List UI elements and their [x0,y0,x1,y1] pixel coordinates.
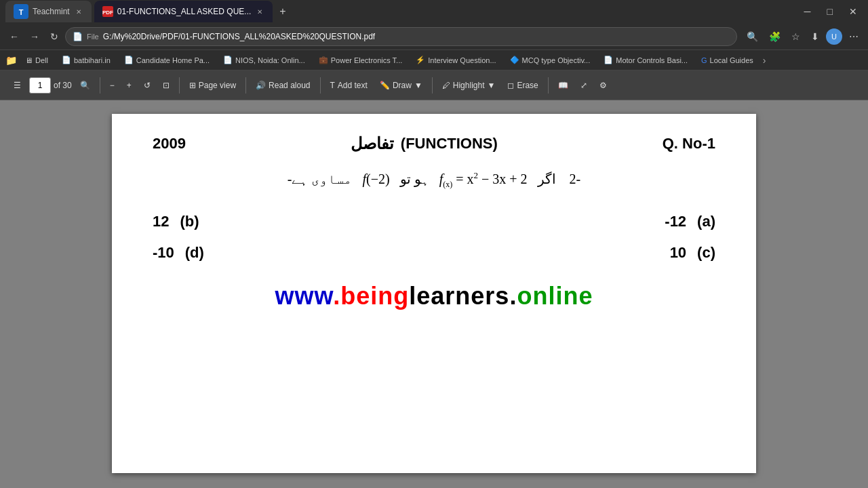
toolbar-divider-6 [548,77,549,94]
extensions-button[interactable]: 🧩 [765,28,785,45]
website-dot2: . [509,282,517,310]
bookmark-motor-label: Motor Controls Basi... [616,56,688,64]
option-d-label: (d) [185,244,204,262]
question-math: f(x) = x2 − 3x + 2 [439,167,528,192]
sidebar-toggle-button[interactable]: ☰ [8,77,26,94]
more-tools-button[interactable]: ⚙ [594,77,612,94]
title-bar: T Teachmint ✕ PDF 01-FUNCTIONS_ALL ASKED… [0,0,868,23]
rotate-button[interactable]: ↺ [138,77,156,94]
tab-pdf-close[interactable]: ✕ [255,7,264,16]
draw-button[interactable]: ✏️ Draw ▼ [374,77,428,94]
forward-button[interactable]: → [26,28,43,45]
options-row-1: 12 (b) -12 (a) [153,213,715,230]
collections-button[interactable]: ⬇ [807,28,823,45]
website-dot1: . [333,282,340,310]
bookmark-interview-icon: ⚡ [416,56,425,64]
bookmark-nios-label: NIOS, Noida: Onlin... [235,56,305,64]
pdf-year: 2009 [153,135,186,152]
add-text-button[interactable]: T Add text [325,77,373,94]
page-number-input[interactable] [29,77,51,94]
expand-icon: ⤢ [580,81,587,90]
maximize-button[interactable]: □ [822,3,838,20]
zoom-out-button[interactable]: − [104,77,120,94]
question-value: f(−2) [362,167,389,191]
tab-teachmint-close[interactable]: ✕ [74,7,83,16]
address-bar[interactable]: 📄 File G:/My%20Drive/PDF/01-FUNCTIONS_AL… [65,27,737,46]
avatar[interactable]: U [826,28,842,45]
draw-icon: ✏️ [380,81,390,90]
bookmark-power-label: Power Electronics T... [331,56,403,64]
close-button[interactable]: ✕ [844,3,863,20]
bookmark-nios[interactable]: 📄 NIOS, Noida: Onlin... [218,54,311,66]
option-d-value: -10 [153,244,174,262]
zoom-in-icon: + [127,81,132,90]
expand-button[interactable]: ⤢ [575,77,593,94]
options-row-2: -10 (d) 10 (c) [153,244,715,262]
highlight-button[interactable]: 🖊 Highlight ▼ [437,77,501,94]
fit-page-icon: ⊡ [163,81,170,90]
search-pdf-button[interactable]: 🔍 [75,77,96,94]
read-aloud-label: Read aloud [269,81,310,90]
pdf-header: 2009 تفاصل (FUNCTIONS) Q. No-1 [153,134,715,153]
website-being: being [340,282,409,310]
bookmark-dell[interactable]: 🖥 Dell [20,55,54,66]
bookmark-mcq[interactable]: 🔷 MCQ type Objectiv... [505,54,596,66]
bookmark-local-guides[interactable]: G Local Guides [696,55,759,66]
highlight-label: Highlight [453,81,485,90]
pdf-content-area: 2009 تفاصل (FUNCTIONS) Q. No-1 -2 اگر f(… [0,100,868,488]
option-b-value: 12 [153,213,169,230]
bookmark-candidate-home[interactable]: 📄 Candidate Home Pa... [119,54,215,66]
read-aloud-button[interactable]: 🔊 Read aloud [250,77,315,94]
zoom-in-button[interactable]: + [121,77,137,94]
erase-button[interactable]: ◻ Erase [502,77,543,94]
bookmark-motor[interactable]: 📄 Motor Controls Basi... [598,54,693,66]
option-d: -10 (d) [153,244,204,262]
bookmark-batbihari[interactable]: 📄 batbihari.in [56,54,116,66]
option-c-label: (c) [697,244,715,262]
window-controls: ─ □ ✕ [799,3,863,20]
tab-pdf-label: 01-FUNCTIONS_ALL ASKED QUE... [117,7,252,16]
tab-teachmint[interactable]: T Teachmint ✕ [5,1,92,22]
option-a: -12 (a) [665,213,715,230]
pdf-question-number: Q. No-1 [663,135,715,152]
toolbar-divider-1 [100,77,100,94]
toolbar-divider-2 [179,77,180,94]
highlight-icon: 🖊 [442,81,450,90]
settings-button[interactable]: ⋯ [845,28,863,45]
minimize-button[interactable]: ─ [799,3,816,20]
option-c-value: 10 [670,244,686,262]
address-url: G:/My%20Drive/PDF/01-FUNCTIONS_ALL%20ASK… [103,32,730,41]
total-pages: of 30 [54,81,72,90]
bookmark-interview[interactable]: ⚡ Interview Question... [410,54,501,66]
page-view-icon: ⊞ [189,81,196,90]
favorites-button[interactable]: ☆ [787,28,804,45]
teachmint-tab-icon: T [14,4,28,19]
back-button[interactable]: ← [5,28,23,45]
new-tab-button[interactable]: + [275,3,290,20]
question-part-aloud: اگر [538,171,556,186]
search-button[interactable]: 🔍 [743,28,762,45]
pdf-title-english: (FUNCTIONS) [401,135,498,152]
option-b-label: (b) [180,213,199,230]
read-aloud-icon: 🔊 [256,81,266,90]
website-banner: www.beinglearners.online [153,282,715,310]
fit-page-button[interactable]: ⊡ [157,77,175,94]
toolbar-divider-5 [432,77,433,94]
bookmark-power-electronics[interactable]: 💼 Power Electronics T... [313,54,408,66]
website-learners: learners [409,282,509,310]
refresh-button[interactable]: ↻ [46,28,62,45]
immersive-reader-button[interactable]: 📖 [553,77,574,94]
pdf-page: 2009 تفاصل (FUNCTIONS) Q. No-1 -2 اگر f(… [112,114,756,473]
file-icon: 📄 [73,32,83,41]
bookmarks-more-icon[interactable]: › [763,55,766,66]
website-online: online [517,282,593,310]
bookmark-mcq-icon: 🔷 [510,56,519,64]
tab-pdf[interactable]: PDF 01-FUNCTIONS_ALL ASKED QUE... ✕ [94,1,273,22]
svg-text:PDF: PDF [102,9,113,16]
page-control: ☰ of 30 🔍 [8,77,96,94]
option-b: 12 (b) [153,213,199,230]
bookmarks-icon: 📁 [5,55,17,66]
option-a-value: -12 [665,213,686,230]
protocol-label: File [87,33,99,41]
page-view-button[interactable]: ⊞ Page view [184,77,241,94]
